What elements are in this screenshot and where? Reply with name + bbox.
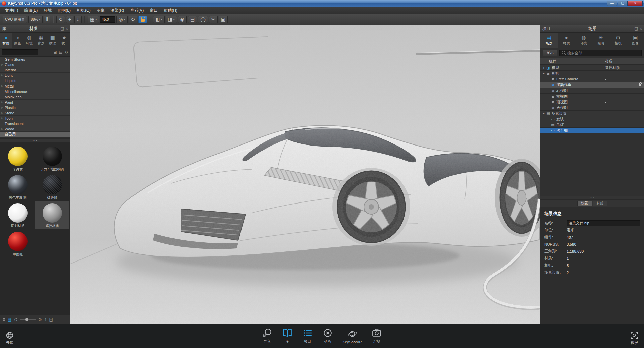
menu-item-edit[interactable]: 编辑(E) [21, 7, 41, 14]
library-folder-item[interactable]: Gem Stones [0, 57, 70, 62]
scene-tree-row[interactable]: ▭汽车棚 [540, 128, 644, 133]
pause-button[interactable]: ‖ [44, 16, 50, 23]
undock-panel-icon[interactable]: ◱ [60, 26, 64, 31]
tab-lighting[interactable]: ☀照明 [592, 33, 610, 48]
perspective-button[interactable]: ▦▾ [88, 16, 99, 23]
scene-tree-row[interactable]: −▤场景设置 [540, 111, 644, 116]
library-button[interactable]: 库 [282, 328, 292, 344]
tree-expander-icon[interactable]: − [542, 112, 546, 115]
render-image-button[interactable]: ▣ [219, 16, 228, 23]
refresh-library-button[interactable]: ↻ [65, 50, 68, 55]
minimize-button[interactable]: — [607, 1, 617, 6]
keyshotvr-button[interactable]: KeyShotVR [343, 329, 362, 344]
close-panel-icon[interactable]: × [640, 26, 642, 31]
project-button[interactable]: 项目 [303, 328, 313, 344]
render-button[interactable]: 渲染 [372, 328, 382, 344]
menu-item-lighting[interactable]: 照明(L) [55, 7, 74, 14]
tumble-button[interactable]: ↻ [56, 16, 65, 23]
scene-tree-row[interactable]: ◙Free Camera- [540, 76, 644, 82]
lens-settings-dropdown[interactable]: ◎▾ [116, 16, 127, 23]
panels-button[interactable]: ▤ [188, 16, 197, 23]
panel-splitter-handle[interactable] [540, 196, 644, 200]
subtab-material[interactable]: 材质 [593, 201, 607, 206]
scene-tree-row[interactable]: ◙渲染视角- [540, 82, 644, 88]
folder-options-button[interactable]: ▤ [59, 50, 63, 55]
next-view-button[interactable]: ◨▾ [166, 16, 177, 23]
library-folder-item[interactable]: Translucent [0, 121, 70, 126]
material-thumbnail[interactable]: 丁方车地面编辑 [35, 144, 70, 173]
subtab-scene[interactable]: 场景 [577, 201, 592, 206]
library-folder-item[interactable]: ▷Metal [0, 83, 70, 89]
tab-environment[interactable]: ◍环境 [575, 33, 592, 48]
zoom-out-button[interactable]: ⊖ [14, 317, 17, 322]
tree-expander-icon[interactable]: + [542, 66, 546, 70]
tab-camera[interactable]: ◘相机 [609, 33, 627, 48]
maximize-button[interactable]: ▢ [618, 1, 628, 6]
add-folder-button[interactable]: ⊞ [54, 50, 57, 55]
undock-panel-icon[interactable]: ◱ [634, 26, 638, 31]
previous-view-button[interactable]: ◧▾ [153, 16, 164, 23]
panel-splitter-handle[interactable] [0, 138, 70, 142]
material-thumbnail[interactable]: 碳纤维 [35, 173, 70, 201]
menu-item-image[interactable]: 图像 [94, 7, 108, 14]
section-cut-button[interactable]: ✂ [209, 16, 218, 23]
tab-colors[interactable]: ◑颜色 [12, 33, 23, 48]
cpu-percentage-dropdown[interactable]: 88%▾ [28, 16, 43, 23]
library-folder-item[interactable]: ▷Plastic [0, 105, 70, 110]
menu-item-help[interactable]: 帮助(H) [161, 7, 180, 14]
library-folder-item[interactable]: ▷Toon [0, 116, 70, 121]
scene-name-input[interactable] [567, 220, 640, 226]
cpu-usage-button[interactable]: CPU 使用量 [3, 16, 27, 23]
scene-tree-row[interactable]: +◨模型遮挡材质 [540, 65, 644, 71]
region-render-button[interactable]: ◯ [198, 16, 208, 23]
menu-item-environment[interactable]: 环境 [41, 7, 55, 14]
scene-tree-row[interactable]: ▭吊灯 [540, 122, 644, 128]
scene-search-input[interactable] [567, 51, 640, 55]
turntable-button[interactable]: ↻ [129, 16, 138, 23]
material-thumbnail[interactable]: 中国红 [1, 229, 35, 258]
titlebar[interactable]: KeyShot 6.3 Pro - 渲染文件.bip - 64 bit — ▢ … [0, 0, 644, 7]
menu-item-file[interactable]: 文件(F) [2, 7, 21, 14]
render-viewport[interactable] [70, 25, 540, 324]
scene-tree-row[interactable]: ◙顶视图- [540, 99, 644, 105]
library-folder-item[interactable]: Interior [0, 67, 70, 73]
library-folder-item[interactable]: Mold-Tech [0, 94, 70, 100]
screenshot-button[interactable]: 截屏 [630, 331, 639, 345]
scene-tree-row[interactable]: ◙前视图- [540, 94, 644, 99]
import-button[interactable]: 导入 [262, 328, 272, 344]
library-search-input[interactable] [2, 49, 38, 55]
library-folder-item[interactable]: ▷Light [0, 73, 70, 78]
dolly-button[interactable]: ↓ [74, 16, 82, 23]
close-panel-icon[interactable]: × [66, 26, 68, 31]
list-view-button[interactable]: ≡ [3, 317, 5, 322]
scene-tree-row[interactable]: ◙透视图- [540, 105, 644, 111]
tab-materials[interactable]: ●材质 [0, 33, 12, 48]
menu-item-camera[interactable]: 相机(C) [74, 7, 94, 14]
library-folder-item[interactable]: Liquids [0, 78, 70, 83]
library-folder-item[interactable]: 自己用 [0, 132, 70, 137]
zoom-in-button[interactable]: ⊕ [38, 317, 42, 322]
realtime-view[interactable] [70, 25, 540, 324]
library-folder-item[interactable]: ▷Paint [0, 100, 70, 105]
scene-tree-row[interactable]: ▭默认 [540, 116, 644, 122]
thumbnail-view-button[interactable]: ▦ [8, 317, 11, 322]
scene-tree-row[interactable]: ◙右视图- [540, 88, 644, 94]
menu-item-view[interactable]: 查看(V) [127, 7, 147, 14]
thumbnail-size-slider[interactable] [20, 317, 36, 322]
scene-tree-row[interactable]: −◙相机 [540, 71, 644, 76]
tab-material[interactable]: ●材质 [558, 33, 575, 48]
close-button[interactable]: × [628, 1, 643, 6]
library-folder-item[interactable]: Miscellaneous [0, 89, 70, 94]
material-thumbnail[interactable]: 遮挡材质 [35, 201, 70, 229]
tab-favorites[interactable]: ★收.. [58, 33, 70, 48]
library-folder-item[interactable]: ▷Stone [0, 110, 70, 116]
tree-expander-icon[interactable]: − [542, 72, 546, 75]
animation-button[interactable]: 动画 [323, 328, 333, 344]
camera-lock-button[interactable] [138, 16, 147, 23]
upload-button[interactable]: ↑ [44, 317, 46, 322]
material-template-button[interactable]: ◉ [178, 16, 187, 23]
tab-scene[interactable]: ▤场景 [540, 33, 558, 48]
pan-button[interactable]: + [66, 16, 73, 23]
material-thumbnail[interactable]: 阴影材质 [1, 201, 35, 229]
material-thumbnail[interactable]: 黑色车漆 调 [1, 173, 35, 201]
